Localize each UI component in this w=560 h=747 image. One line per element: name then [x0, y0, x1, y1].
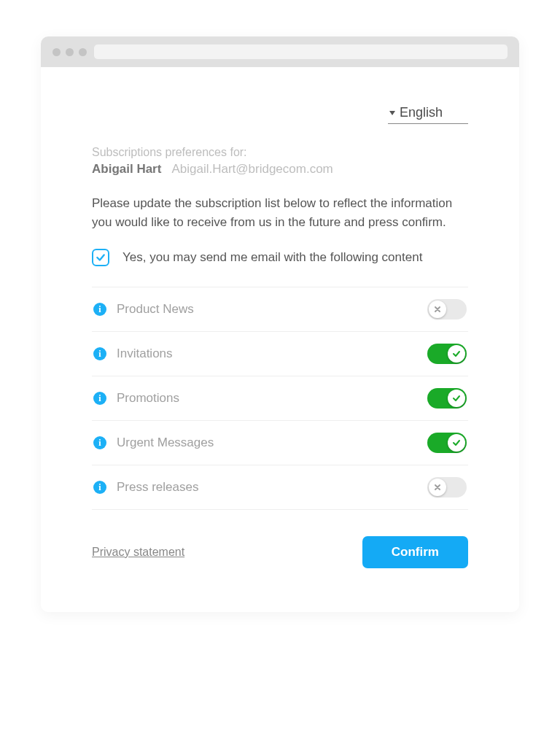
browser-chrome	[41, 36, 519, 67]
x-icon	[433, 483, 442, 492]
subscription-row: i Product News	[92, 287, 468, 332]
language-row: English	[92, 104, 468, 124]
info-icon[interactable]: i	[93, 303, 106, 316]
subscription-toggle[interactable]	[427, 433, 467, 453]
x-icon	[433, 305, 442, 314]
footer-row: Privacy statement Confirm	[92, 536, 468, 568]
confirm-button[interactable]: Confirm	[362, 536, 468, 568]
subscription-toggle[interactable]	[427, 477, 467, 498]
subscription-label: Press releases	[117, 480, 427, 495]
subscription-row: i Press releases	[92, 465, 468, 510]
toggle-knob	[429, 301, 446, 318]
subscription-label: Urgent Messages	[117, 436, 427, 450]
toggle-knob	[448, 434, 465, 452]
traffic-light-dot	[52, 48, 61, 56]
instructions-text: Please update the subscription list belo…	[92, 194, 468, 231]
user-name: Abigail Hart	[92, 162, 161, 177]
info-icon[interactable]: i	[93, 436, 106, 449]
page-content: English Subscriptions preferences for: A…	[41, 67, 519, 612]
consent-checkbox[interactable]	[92, 249, 109, 266]
chevron-down-icon	[389, 111, 395, 115]
info-icon[interactable]: i	[93, 392, 106, 405]
info-icon[interactable]: i	[93, 481, 106, 494]
subscription-toggle[interactable]	[427, 299, 467, 320]
subscription-row: i Promotions	[92, 376, 468, 421]
privacy-statement-link[interactable]: Privacy statement	[92, 546, 184, 559]
user-email: Abigail.Hart@bridgecom.com	[171, 162, 332, 177]
toggle-knob	[448, 345, 465, 363]
toggle-knob	[429, 479, 446, 496]
check-icon	[96, 252, 106, 263]
subscription-label: Product News	[117, 302, 427, 317]
address-bar[interactable]	[94, 44, 508, 59]
user-identity: Abigail Hart Abigail.Hart@bridgecom.com	[92, 162, 468, 177]
toggle-knob	[448, 390, 465, 407]
language-selected-label: English	[400, 105, 443, 120]
subscription-toggle[interactable]	[427, 388, 467, 409]
subscription-label: Invitations	[117, 347, 427, 361]
subscription-row: i Invitations	[92, 332, 468, 376]
consent-label: Yes, you may send me email with the foll…	[122, 250, 422, 265]
browser-frame: English Subscriptions preferences for: A…	[41, 36, 519, 612]
preferences-for-label: Subscriptions preferences for:	[92, 146, 468, 159]
subscription-list: i Product News i Invitations	[92, 287, 468, 510]
traffic-light-dot	[66, 48, 74, 56]
subscription-row: i Urgent Messages	[92, 421, 468, 465]
subscription-toggle[interactable]	[427, 344, 467, 364]
window-controls	[52, 48, 87, 56]
check-icon	[452, 394, 461, 403]
subscription-label: Promotions	[117, 391, 427, 406]
check-icon	[452, 438, 461, 447]
check-icon	[452, 349, 461, 358]
info-icon[interactable]: i	[93, 347, 106, 360]
language-select[interactable]: English	[388, 104, 468, 124]
traffic-light-dot	[79, 48, 87, 56]
